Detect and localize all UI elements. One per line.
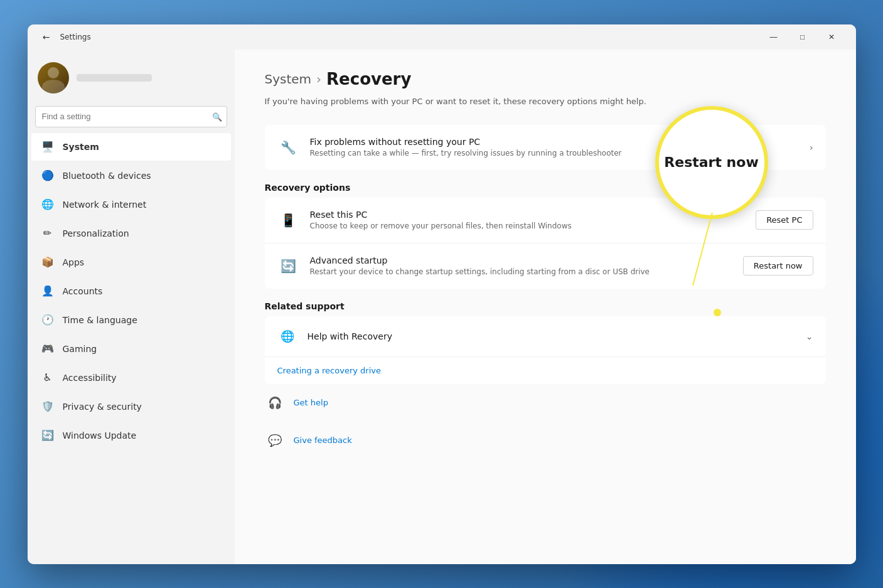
back-button[interactable]: ←	[38, 28, 55, 46]
sidebar-item-time[interactable]: 🕐 Time & language	[31, 306, 231, 334]
update-icon: 🔄	[41, 429, 54, 442]
recovery-options-title: Recovery options	[265, 183, 826, 193]
sidebar-item-accounts[interactable]: 👤 Accounts	[31, 277, 231, 305]
user-section	[28, 50, 235, 104]
advanced-startup-row: 🔄 Advanced startup Restart your device t…	[265, 243, 826, 289]
help-recovery-row[interactable]: 🌐 Help with Recovery ⌄	[265, 316, 826, 357]
sidebar-item-label: Network & internet	[63, 200, 147, 210]
fix-title: Fix problems without resetting your PC	[310, 137, 810, 147]
sidebar-item-label: Time & language	[63, 315, 137, 325]
minimize-button[interactable]: —	[759, 24, 788, 50]
breadcrumb-separator: ›	[316, 72, 321, 87]
fix-subtitle: Resetting can take a while — first, try …	[310, 149, 810, 158]
sidebar-item-label: System	[63, 142, 99, 152]
titlebar: ← Settings — □ ✕	[28, 24, 856, 50]
restart-now-button[interactable]: Restart now	[743, 256, 813, 275]
apps-icon: 📦	[41, 256, 54, 269]
help-title: Help with Recovery	[308, 331, 806, 341]
recovery-options-card: 📱 Reset this PC Choose to keep or remove…	[265, 198, 826, 289]
accounts-icon: 👤	[41, 285, 54, 297]
fix-problems-card: 🔧 Fix problems without resetting your PC…	[265, 125, 826, 170]
bluetooth-icon: 🔵	[41, 169, 54, 182]
advanced-action: Restart now	[743, 256, 813, 275]
support-chevron-icon: ⌄	[806, 331, 813, 341]
get-help-icon: 🎧	[265, 393, 285, 413]
sidebar-item-label: Personalization	[63, 228, 129, 238]
give-feedback-link[interactable]: Give feedback	[294, 436, 352, 445]
reset-text: Reset this PC Choose to keep or remove y…	[310, 210, 756, 230]
chevron-right-icon: ›	[810, 142, 813, 152]
reset-title: Reset this PC	[310, 210, 756, 220]
search-box: 🔍	[35, 106, 227, 127]
help-icon: 🌐	[277, 326, 297, 346]
user-name	[77, 74, 152, 82]
reset-icon: 📱	[277, 209, 300, 232]
privacy-icon: 🛡️	[41, 400, 54, 413]
time-icon: 🕐	[41, 314, 54, 326]
sidebar-item-gaming[interactable]: 🎮 Gaming	[31, 335, 231, 363]
sidebar-item-label: Windows Update	[63, 430, 137, 441]
sidebar-item-personalization[interactable]: ✏️ Personalization	[31, 220, 231, 247]
gaming-icon: 🎮	[41, 343, 54, 355]
advanced-icon: 🔄	[277, 255, 300, 277]
give-feedback-icon: 💬	[265, 430, 285, 451]
reset-pc-button[interactable]: Reset PC	[756, 210, 813, 230]
personalization-icon: ✏️	[41, 227, 54, 240]
window-controls: — □ ✕	[759, 24, 846, 50]
support-card: 🌐 Help with Recovery ⌄ Creating a recove…	[265, 316, 826, 384]
search-input[interactable]	[35, 106, 227, 127]
window-title: Settings	[60, 33, 91, 41]
close-button[interactable]: ✕	[817, 24, 846, 50]
sidebar-item-bluetooth[interactable]: 🔵 Bluetooth & devices	[31, 162, 231, 190]
accessibility-icon: ♿	[41, 372, 54, 384]
sidebar-item-privacy[interactable]: 🛡️ Privacy & security	[31, 393, 231, 420]
sidebar-item-network[interactable]: 🌐 Network & internet	[31, 191, 231, 218]
page-description: If you're having problems with your PC o…	[265, 96, 826, 107]
give-feedback-item[interactable]: 💬 Give feedback	[265, 422, 826, 459]
related-support-title: Related support	[265, 301, 826, 311]
reset-action: Reset PC	[756, 210, 813, 230]
sidebar-item-label: Privacy & security	[63, 402, 142, 412]
recovery-drive-link[interactable]: Creating a recovery drive	[265, 357, 826, 384]
sidebar-item-accessibility[interactable]: ♿ Accessibility	[31, 364, 231, 392]
fix-text: Fix problems without resetting your PC R…	[310, 137, 810, 158]
main-content: System › Recovery If you're having probl…	[235, 50, 856, 564]
settings-window: ← Settings — □ ✕ 🔍 🖥️ System 🔵	[28, 24, 856, 564]
sidebar-item-label: Accounts	[63, 286, 103, 296]
sidebar-item-label: Apps	[63, 257, 85, 267]
advanced-title: Advanced startup	[310, 255, 743, 265]
breadcrumb-parent: System	[265, 72, 312, 87]
sidebar: 🔍 🖥️ System 🔵 Bluetooth & devices 🌐 Netw…	[28, 50, 235, 564]
get-help-item[interactable]: 🎧 Get help	[265, 384, 826, 422]
system-icon: 🖥️	[41, 141, 54, 153]
sidebar-item-label: Bluetooth & devices	[63, 171, 151, 181]
get-help-link[interactable]: Get help	[294, 398, 328, 407]
fix-action: ›	[810, 142, 813, 152]
fix-icon: 🔧	[277, 136, 300, 159]
fix-problems-row[interactable]: 🔧 Fix problems without resetting your PC…	[265, 125, 826, 170]
sidebar-item-system[interactable]: 🖥️ System	[31, 133, 231, 161]
network-icon: 🌐	[41, 198, 54, 211]
sidebar-item-label: Accessibility	[63, 373, 117, 383]
sidebar-item-update[interactable]: 🔄 Windows Update	[31, 422, 231, 449]
maximize-button[interactable]: □	[788, 24, 817, 50]
content-area: 🔍 🖥️ System 🔵 Bluetooth & devices 🌐 Netw…	[28, 50, 856, 564]
reset-pc-row: 📱 Reset this PC Choose to keep or remove…	[265, 198, 826, 243]
sidebar-item-apps[interactable]: 📦 Apps	[31, 249, 231, 276]
reset-subtitle: Choose to keep or remove your personal f…	[310, 222, 756, 230]
breadcrumb: System › Recovery	[265, 70, 826, 88]
avatar	[38, 62, 69, 94]
sidebar-item-label: Gaming	[63, 344, 97, 354]
advanced-subtitle: Restart your device to change startup se…	[310, 267, 743, 276]
page-title: Recovery	[326, 70, 411, 88]
advanced-text: Advanced startup Restart your device to …	[310, 255, 743, 276]
